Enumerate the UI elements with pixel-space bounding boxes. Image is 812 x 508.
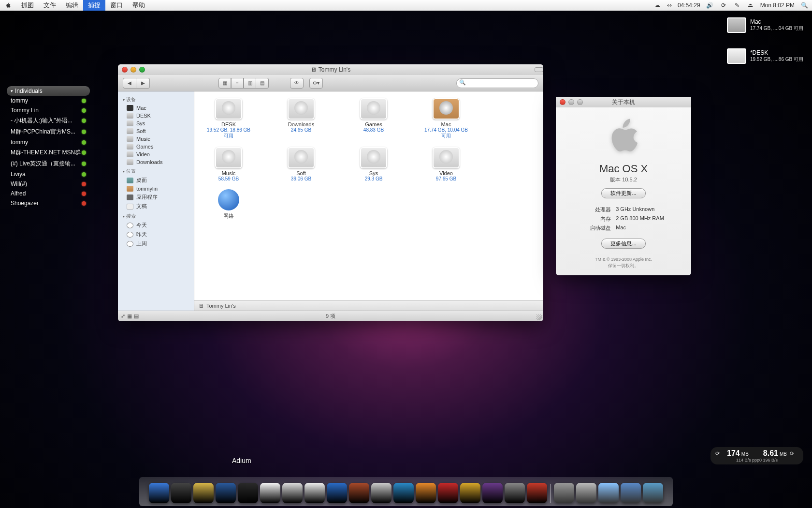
file-item[interactable]: Games 48.83 GB bbox=[351, 98, 396, 139]
file-item[interactable]: Video 97.65 GB bbox=[423, 147, 469, 181]
dock-item-apps-stack[interactable] bbox=[554, 483, 574, 503]
view-icon-button[interactable]: ▦ bbox=[218, 78, 231, 89]
refresh-icon[interactable]: ⟳ bbox=[790, 450, 798, 457]
timer-text[interactable]: 04:54:29 bbox=[678, 2, 700, 9]
sidebar-section-header[interactable]: 位置 bbox=[118, 166, 194, 176]
contacts-header[interactable]: Individuals bbox=[7, 86, 90, 96]
path-bar[interactable]: 🖥 Tommy Lin's bbox=[194, 300, 543, 311]
file-item[interactable]: Music 58.59 GB bbox=[206, 147, 251, 181]
file-item[interactable]: Mac 17.74 GB, 10.04 GB 可用 bbox=[423, 98, 469, 139]
file-item[interactable]: 网络 bbox=[206, 189, 251, 220]
contact-item[interactable]: tommy bbox=[7, 96, 90, 105]
sidebar-item[interactable]: tommylin bbox=[118, 185, 194, 193]
menu-window[interactable]: 窗口 bbox=[105, 0, 128, 11]
menu-edit[interactable]: 编辑 bbox=[61, 0, 83, 11]
minimize-button[interactable] bbox=[568, 99, 574, 105]
finder-titlebar[interactable]: 🖥 Tommy Lin's bbox=[118, 64, 543, 75]
close-button[interactable] bbox=[560, 99, 566, 105]
close-button[interactable] bbox=[122, 67, 128, 73]
search-input[interactable] bbox=[456, 78, 538, 88]
contact-item[interactable]: M群-THEMEX.NET MSN群 bbox=[7, 147, 90, 158]
contact-item[interactable]: Shoegazer bbox=[7, 198, 90, 208]
contact-item[interactable]: Will(#) bbox=[7, 179, 90, 189]
cloud-icon[interactable]: ☁︎ bbox=[653, 1, 661, 9]
sidebar-item[interactable]: 上周 bbox=[118, 239, 194, 248]
contact-item[interactable]: Tommy Lin bbox=[7, 105, 90, 115]
sidebar-item[interactable]: Sys bbox=[118, 120, 194, 127]
sidebar-item[interactable]: Soft bbox=[118, 127, 194, 135]
resize-handle[interactable] bbox=[536, 314, 542, 320]
network-widget[interactable]: ⟳ 174 MB 8.61 MB ⟳ 114 B/s ppp0 196 B/s bbox=[710, 447, 803, 464]
sidebar-item[interactable]: 文稿 bbox=[118, 202, 194, 211]
contact-item[interactable]: M群-PCPChina官方MS... bbox=[7, 126, 90, 137]
file-item[interactable]: DESK 19.52 GB, 18.86 GB 可用 bbox=[206, 98, 251, 139]
desktop-drive-mac[interactable]: Mac 17.74 GB, ....04 GB 可用 bbox=[727, 17, 803, 33]
status-icon[interactable]: ⤢ bbox=[121, 313, 125, 319]
dock-item-ical[interactable] bbox=[304, 483, 325, 503]
action-button[interactable]: ⚙▾ bbox=[309, 78, 323, 89]
contact-item[interactable]: Alfred bbox=[7, 189, 90, 198]
dock-item-safari[interactable] bbox=[216, 483, 236, 503]
desktop-drive-desk[interactable]: *DESK 19.52 GB, ....86 GB 可用 bbox=[727, 48, 803, 64]
dock-item-dashboard[interactable] bbox=[171, 483, 191, 503]
contact-item[interactable]: - 小i机器人:)输入"外语... bbox=[7, 115, 90, 126]
sidebar-section-header[interactable]: 搜索 bbox=[118, 211, 194, 221]
contact-item[interactable]: Liviya bbox=[7, 169, 90, 179]
sidebar-item[interactable]: Video bbox=[118, 150, 194, 158]
dock-item-trash[interactable] bbox=[643, 483, 663, 503]
eject-icon[interactable]: ⏏ bbox=[747, 1, 754, 9]
quicklook-button[interactable]: 👁 bbox=[290, 78, 304, 89]
dock-item-adium[interactable] bbox=[238, 483, 258, 503]
sync-icon[interactable]: ⟳ bbox=[720, 1, 727, 9]
menu-capture[interactable]: 捕捉 bbox=[83, 0, 105, 11]
sidebar-item[interactable]: Downloads bbox=[118, 158, 194, 166]
sidebar-section-header[interactable]: 设备 bbox=[118, 94, 194, 104]
dock-item-iphoto[interactable] bbox=[349, 483, 369, 503]
contact-item[interactable]: (#) Live英汉通（直接输... bbox=[7, 158, 90, 169]
view-coverflow-button[interactable]: ▤ bbox=[256, 78, 269, 89]
forward-button[interactable]: ▶ bbox=[136, 78, 150, 89]
dock-item-app1[interactable] bbox=[438, 483, 458, 503]
dock-item-downloads-stack[interactable] bbox=[598, 483, 619, 503]
dock-item-finder[interactable] bbox=[149, 483, 169, 503]
clock-text[interactable]: Mon 8:02 PM bbox=[760, 2, 795, 9]
refresh-icon[interactable]: ⟳ bbox=[715, 450, 724, 457]
sidebar-item[interactable]: 应用程序 bbox=[118, 193, 194, 202]
sidebar-item[interactable]: 桌面 bbox=[118, 176, 194, 185]
dock-item-qq[interactable] bbox=[260, 483, 280, 503]
spotlight-icon[interactable]: 🔍 bbox=[800, 1, 808, 9]
dock-item-settings[interactable] bbox=[505, 483, 525, 503]
view-column-button[interactable]: ▥ bbox=[244, 78, 256, 89]
network-arrows-icon[interactable]: ⇔ bbox=[667, 2, 672, 9]
pencil-icon[interactable]: ✎ bbox=[733, 1, 741, 9]
view-list-button[interactable]: ≡ bbox=[231, 78, 244, 89]
volume-icon[interactable]: 🔊 bbox=[706, 1, 714, 9]
sidebar-item[interactable]: Music bbox=[118, 135, 194, 143]
file-item[interactable]: Sys 29.3 GB bbox=[351, 147, 396, 181]
dock-item-app2[interactable] bbox=[460, 483, 480, 503]
dock-item-quicktime[interactable] bbox=[393, 483, 414, 503]
status-icon[interactable]: ▦ bbox=[127, 313, 132, 319]
sidebar-item[interactable]: Games bbox=[118, 143, 194, 150]
menu-help[interactable]: 帮助 bbox=[128, 0, 150, 11]
sidebar-item[interactable]: DESK bbox=[118, 112, 194, 120]
more-info-button[interactable]: 更多信息... bbox=[601, 239, 645, 249]
finder-content[interactable]: DESK 19.52 GB, 18.86 GB 可用 Downloads 24.… bbox=[194, 91, 543, 300]
sidebar-item[interactable]: 今天 bbox=[118, 221, 194, 230]
menu-grab[interactable]: 抓图 bbox=[16, 0, 39, 11]
dock-item-mail[interactable] bbox=[193, 483, 214, 503]
apple-menu[interactable] bbox=[0, 0, 16, 11]
back-button[interactable]: ◀ bbox=[123, 78, 136, 89]
zoom-button[interactable] bbox=[577, 99, 583, 105]
dock-item-ichat[interactable] bbox=[282, 483, 303, 503]
sidebar-item[interactable]: Mac bbox=[118, 104, 194, 112]
status-icon[interactable]: ▤ bbox=[134, 313, 139, 319]
menu-file[interactable]: 文件 bbox=[39, 0, 61, 11]
dock-item-transmission[interactable] bbox=[527, 483, 547, 503]
dock-item-docs-stack[interactable] bbox=[576, 483, 596, 503]
toolbar-toggle-button[interactable] bbox=[535, 67, 543, 72]
dock-item-textmate[interactable] bbox=[482, 483, 503, 503]
file-item[interactable]: Downloads 24.65 GB bbox=[278, 98, 324, 139]
dock-item-vlc[interactable] bbox=[416, 483, 436, 503]
file-item[interactable]: Soft 39.06 GB bbox=[278, 147, 324, 181]
